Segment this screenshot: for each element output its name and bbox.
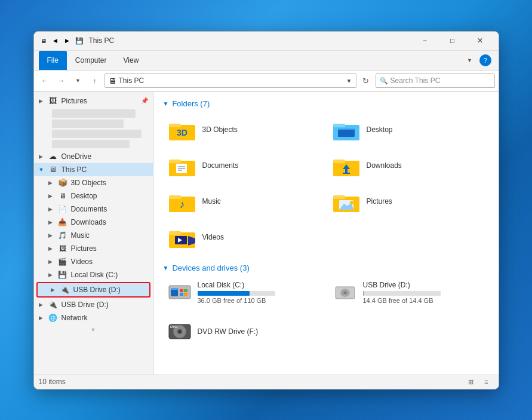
help-button[interactable]: ? bbox=[479, 54, 491, 66]
sidebar-item-videos[interactable]: ▶ 🎬 Videos bbox=[34, 255, 153, 268]
sidebar-item-usb-drive-selected[interactable]: ▶ 🔌 USB Drive (D:) bbox=[38, 283, 149, 296]
folder-item-desktop[interactable]: Desktop bbox=[327, 113, 489, 146]
tab-file[interactable]: File bbox=[39, 51, 67, 70]
status-items-count: 10 items bbox=[39, 378, 66, 386]
folder-item-3d-objects[interactable]: 3D 3D Objects bbox=[163, 113, 325, 146]
drive-icon-dvd: DVD bbox=[168, 321, 192, 342]
folders-chevron-icon: ▼ bbox=[163, 100, 169, 107]
sidebar-label-onedrive: OneDrive bbox=[61, 152, 92, 161]
drive-item-local-disk-c[interactable]: Local Disk (C:) 36.0 GB free of 110 GB bbox=[163, 277, 324, 308]
svg-rect-6 bbox=[338, 128, 355, 130]
sidebar-item-network[interactable]: ▶ 🌐 Network bbox=[34, 311, 153, 324]
search-icon: 🔍 bbox=[380, 77, 388, 85]
up-button[interactable]: ↑ bbox=[88, 73, 102, 88]
svg-rect-34 bbox=[171, 288, 178, 290]
content-area: ▼ Folders (7) 3D 3D Objects bbox=[153, 92, 499, 375]
forward-quick-access: ▶ bbox=[63, 36, 72, 45]
address-field[interactable]: 🖥 This PC ▼ bbox=[104, 73, 356, 88]
drives-section-header[interactable]: ▼ Devices and drives (3) bbox=[163, 263, 489, 272]
drive-info-local-disk: Local Disk (C:) 36.0 GB free of 110 GB bbox=[198, 281, 319, 304]
folder-name-pictures: Pictures bbox=[367, 197, 392, 206]
network-icon: 🌐 bbox=[48, 313, 58, 323]
sidebar-item-local-disk[interactable]: ▶ 💾 Local Disk (C:) bbox=[34, 268, 153, 281]
folder-icon-desktop bbox=[332, 118, 361, 142]
sidebar-label-local-disk: Local Disk (C:) bbox=[71, 271, 118, 279]
chevron-icon: ▶ bbox=[48, 193, 54, 199]
sidebar-item-usb-drive-2[interactable]: ▶ 🔌 USB Drive (D:) bbox=[34, 298, 153, 311]
chevron-icon: ▶ bbox=[39, 315, 45, 321]
folder-name-downloads: Downloads bbox=[367, 161, 402, 170]
drive-icon-usb bbox=[333, 281, 357, 303]
sidebar-item-downloads[interactable]: ▶ 📥 Downloads bbox=[34, 216, 153, 229]
svg-rect-4 bbox=[333, 124, 345, 127]
expand-ribbon-button[interactable]: ▼ bbox=[463, 53, 477, 68]
drive-name-dvd: DVD RW Drive (F:) bbox=[198, 327, 259, 336]
sidebar-item-pictures[interactable]: ▶ 🖼 Pictures bbox=[34, 242, 153, 255]
view-list-button[interactable]: ≡ bbox=[479, 376, 494, 387]
sidebar-label-usb-drive: USB Drive (D:) bbox=[73, 286, 121, 294]
folders-section-title: Folders (7) bbox=[172, 99, 210, 108]
blurred-item-3 bbox=[52, 130, 142, 138]
sidebar-label-network: Network bbox=[61, 314, 88, 322]
drive-bar-fill-usb bbox=[363, 291, 365, 296]
folder-item-documents[interactable]: Documents bbox=[163, 149, 325, 182]
search-box[interactable]: 🔍 Search This PC bbox=[376, 73, 495, 88]
window-controls: − □ ✕ bbox=[411, 31, 494, 50]
folder-name-3d-objects: 3D Objects bbox=[202, 125, 238, 134]
sidebar-label-desktop: Desktop bbox=[71, 192, 97, 200]
search-placeholder: Search This PC bbox=[390, 76, 441, 85]
sidebar-label-videos: Videos bbox=[71, 257, 93, 266]
maximize-button[interactable]: □ bbox=[439, 31, 466, 50]
address-dropdown-icon[interactable]: ▼ bbox=[346, 78, 352, 84]
tab-computer[interactable]: Computer bbox=[67, 51, 115, 70]
minimize-button[interactable]: − bbox=[411, 31, 439, 50]
sidebar-item-3d-objects[interactable]: ▶ 📦 3D Objects bbox=[34, 176, 153, 189]
videos-icon: 🎬 bbox=[58, 257, 67, 266]
drive-item-usb-drive-d[interactable]: USB Drive (D:) 14.4 GB free of 14.4 GB bbox=[328, 277, 489, 308]
folder-item-pictures[interactable]: Pictures bbox=[327, 185, 489, 218]
chevron-icon: ▶ bbox=[39, 154, 45, 160]
tab-view[interactable]: View bbox=[115, 51, 147, 70]
save-icon: 💾 bbox=[75, 36, 84, 45]
sidebar-item-pictures-quick[interactable]: ▶ 🖼 Pictures 📌 bbox=[34, 94, 153, 108]
pin-icon: 📌 bbox=[141, 97, 148, 104]
folder-name-music: Music bbox=[202, 197, 221, 206]
drive-name-usb: USB Drive (D:) bbox=[363, 281, 484, 289]
drives-chevron-icon: ▼ bbox=[163, 265, 169, 271]
svg-point-49 bbox=[179, 330, 181, 333]
window-title: This PC bbox=[89, 36, 411, 45]
drive-space-usb: 14.4 GB free of 14.4 GB bbox=[363, 297, 484, 304]
title-bar: 🖥 ◀ ▶ 💾 This PC − □ ✕ bbox=[34, 32, 499, 51]
close-button[interactable]: ✕ bbox=[466, 31, 494, 50]
drives-section-title: Devices and drives (3) bbox=[172, 263, 249, 272]
back-quick-access: ◀ bbox=[51, 36, 60, 45]
sidebar-item-onedrive[interactable]: ▶ ☁ OneDrive bbox=[34, 150, 153, 163]
dropdown-recent-button[interactable]: ▼ bbox=[71, 73, 85, 88]
refresh-button[interactable]: ↻ bbox=[359, 73, 373, 88]
sidebar-item-music[interactable]: ▶ 🎵 Music bbox=[34, 229, 153, 242]
pictures-icon: 🖼 bbox=[58, 244, 67, 253]
sidebar-item-documents[interactable]: ▶ 📄 Documents bbox=[34, 203, 153, 216]
folder-item-videos[interactable]: Videos bbox=[163, 220, 325, 254]
drive-name-local-disk: Local Disk (C:) bbox=[198, 281, 319, 289]
ribbon-tabs: File Computer View ▼ ? bbox=[34, 51, 499, 70]
blurred-item-1 bbox=[52, 109, 136, 118]
title-bar-icons: 🖥 ◀ ▶ 💾 bbox=[39, 36, 84, 45]
chevron-icon: ▶ bbox=[39, 98, 45, 104]
folders-section-header[interactable]: ▼ Folders (7) bbox=[163, 99, 489, 108]
folder-item-music[interactable]: ♪ Music bbox=[163, 185, 325, 218]
drive-item-dvd[interactable]: DVD DVD RW Drive (F:) bbox=[163, 317, 489, 346]
folder-item-downloads[interactable]: Downloads bbox=[327, 149, 489, 182]
folder-name-desktop: Desktop bbox=[367, 125, 393, 134]
back-button[interactable]: ← bbox=[38, 73, 52, 88]
sidebar-item-desktop[interactable]: ▶ 🖥 Desktop bbox=[34, 189, 153, 203]
main-area: ▶ 🖼 Pictures 📌 ▶ ☁ OneDrive ▼ 🖥 This PC bbox=[34, 92, 499, 375]
drive-bar-bg-local-disk bbox=[198, 291, 275, 296]
chevron-icon: ▶ bbox=[48, 259, 54, 265]
forward-button[interactable]: → bbox=[54, 73, 69, 88]
sidebar-item-this-pc[interactable]: ▼ 🖥 This PC bbox=[34, 163, 153, 176]
sidebar-label-documents: Documents bbox=[71, 205, 107, 213]
view-tiles-button[interactable]: ⊞ bbox=[464, 376, 478, 387]
drive-info-usb: USB Drive (D:) 14.4 GB free of 14.4 GB bbox=[363, 281, 484, 304]
drive-space-local-disk: 36.0 GB free of 110 GB bbox=[198, 297, 319, 304]
